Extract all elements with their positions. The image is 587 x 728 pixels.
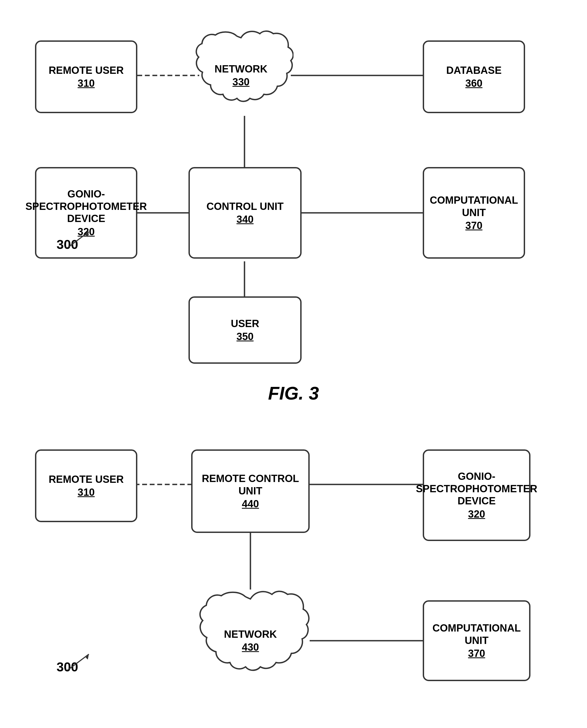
remote-user-box-fig3: REMOTE USER 310: [35, 40, 137, 113]
fig3-label: FIG. 3: [22, 383, 565, 404]
gonio-box-fig4: GONIO- SPECTROPHOTOMETER DEVICE 320: [423, 449, 531, 541]
computational-box-fig4: COMPUTATIONAL UNIT 370: [423, 600, 531, 681]
remote-control-box-fig4: REMOTE CONTROL UNIT 440: [191, 449, 310, 533]
database-box-fig3: DATABASE 360: [423, 40, 525, 113]
control-unit-box-fig3: CONTROL UNIT 340: [188, 167, 302, 259]
fig4-diagram: REMOTE USER 310 REMOTE CONTROL UNIT 440 …: [22, 425, 565, 728]
remote-user-box-fig4: REMOTE USER 310: [35, 449, 137, 522]
svg-line-12: [67, 654, 89, 670]
computational-box-fig3: COMPUTATIONAL UNIT 370: [423, 167, 525, 259]
network-cloud-fig4: NETWORK 430: [191, 590, 310, 692]
network-cloud-fig3: NETWORK 330: [188, 30, 294, 121]
svg-line-6: [67, 232, 89, 248]
fig3-diagram: REMOTE USER 310 NETWORK 330 DATABASE 360…: [22, 16, 565, 372]
user-box-fig3: USER 350: [188, 296, 302, 364]
